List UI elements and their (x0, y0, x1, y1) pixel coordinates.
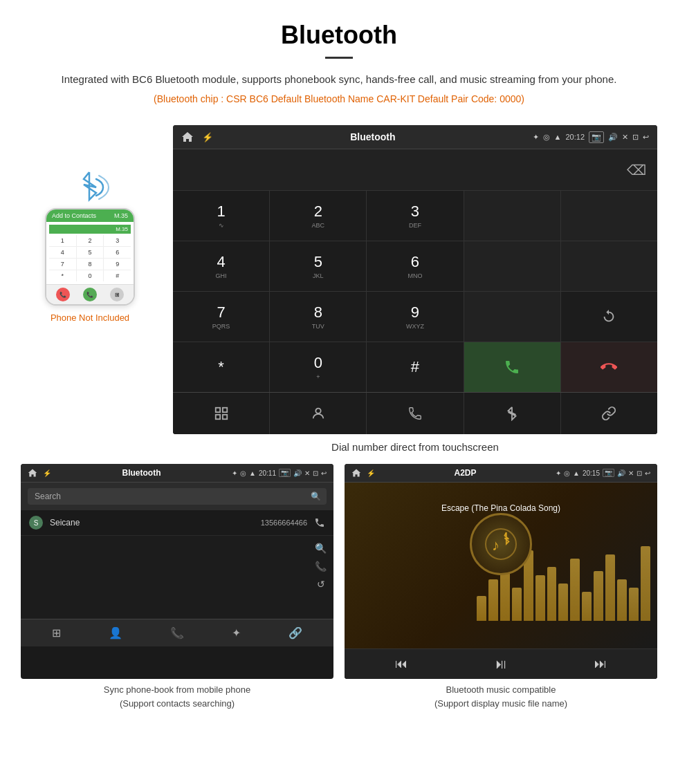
contacts-panel: ⚡ Bluetooth ✦ ◎ ▲ 20:11 📷 🔊 ✕ ⊡ ↩ (21, 464, 333, 679)
svg-rect-3 (215, 415, 219, 419)
dial-icon-phone[interactable] (367, 393, 463, 434)
grid-icon (214, 406, 229, 421)
dial-key-end-call[interactable] (561, 342, 657, 392)
bluetooth-icon: ✦ (533, 133, 539, 142)
bluetooth-bottom-icon (504, 406, 520, 421)
screen-title: Bluetooth (350, 131, 395, 142)
dial-icon-link[interactable] (561, 393, 657, 434)
bluetooth-waves-icon (66, 167, 114, 208)
contact-name: Seicane (50, 518, 261, 528)
dial-screen-caption: Dial number direct from touchscreen (173, 434, 657, 464)
dial-screen: ⚡ Bluetooth ✦ ◎ ▲ 20:12 📷 🔊 ✕ ⊡ ↩ (173, 125, 657, 434)
dial-key-7[interactable]: 7 PQRS (173, 292, 269, 342)
svg-rect-4 (222, 415, 226, 419)
location-icon: ◎ (543, 133, 550, 142)
contacts-side-search-icon: 🔍 (315, 543, 327, 554)
svg-rect-1 (215, 408, 219, 412)
dial-key-9[interactable]: 9 WXYZ (367, 292, 463, 342)
dial-key-empty-5 (464, 292, 560, 342)
fullscreen-icon: ⊡ (632, 133, 639, 142)
contact-row[interactable]: S Seicane 13566664466 (21, 510, 333, 536)
contacts-bottom-bt-icon[interactable]: ✦ (232, 626, 241, 640)
refresh-icon (601, 309, 616, 324)
dial-icon-contacts[interactable] (270, 393, 366, 434)
page-header: Bluetooth Integrated with BC6 Bluetooth … (0, 0, 678, 125)
call-icon (504, 359, 520, 375)
contacts-bottom-grid-icon[interactable]: ⊞ (52, 626, 61, 640)
dial-key-call[interactable] (464, 342, 560, 392)
phone-top-bar: Add to Contacts M.35 (46, 209, 134, 222)
contacts-usb-icon: ⚡ (43, 469, 51, 477)
contacts-search-area: Search 🔍 (21, 483, 333, 510)
contacts-status-bar: ✦ ◎ ▲ 20:11 📷 🔊 ✕ ⊡ ↩ (232, 469, 327, 477)
svg-marker-7 (352, 469, 360, 477)
page-title: Bluetooth (28, 21, 650, 50)
home-icon-music (351, 468, 361, 478)
backspace-button[interactable]: ⌫ (627, 162, 646, 178)
signal-icon: ▲ (554, 133, 562, 141)
end-call-icon (601, 359, 617, 375)
phone-icon (407, 406, 423, 421)
bottom-panels: ⚡ Bluetooth ✦ ◎ ▲ 20:11 📷 🔊 ✕ ⊡ ↩ (0, 464, 678, 713)
dial-key-3[interactable]: 3 DEF (367, 191, 463, 241)
camera-icon: 📷 (589, 131, 604, 143)
svg-rect-2 (222, 408, 226, 412)
phone-bottom-bar: 📞 📞 ⊞ (46, 284, 134, 304)
dial-key-star[interactable]: * (173, 342, 269, 392)
prev-track-button[interactable]: ⏮ (395, 657, 407, 671)
dial-grid: 1 ∿ 2 ABC 3 DEF 4 GHI (173, 191, 657, 392)
music-panel-title: A2DP (455, 468, 477, 478)
page-description: Integrated with BC6 Bluetooth module, su… (28, 71, 650, 88)
contacts-panel-bottom: ⊞ 👤 📞 ✦ 🔗 (21, 619, 333, 646)
dial-key-empty-3 (464, 241, 560, 291)
dial-key-2[interactable]: 2 ABC (270, 191, 366, 241)
music-time: 20:15 (583, 469, 600, 477)
dial-key-hash[interactable]: # (367, 342, 463, 392)
phone-illustration: Add to Contacts M.35 M.35 1 2 3 4 5 6 7 … (45, 208, 135, 306)
dial-key-5[interactable]: 5 JKL (270, 241, 366, 291)
dial-key-6[interactable]: 6 MNO (367, 241, 463, 291)
play-pause-button[interactable]: ⏯ (494, 656, 508, 672)
dial-key-4[interactable]: 4 GHI (173, 241, 269, 291)
music-status-bar: ✦ ◎ ▲ 20:15 📷 🔊 ✕ ⊡ ↩ (556, 469, 650, 477)
dial-icon-bluetooth[interactable] (464, 393, 560, 434)
search-icon: 🔍 (311, 492, 321, 501)
music-panel-container: ⚡ A2DP ✦ ◎ ▲ 20:15 📷 🔊 ✕ ⊡ ↩ (345, 464, 657, 713)
contact-avatar: S (29, 516, 43, 530)
contacts-side-refresh-icon: ↺ (317, 579, 325, 590)
title-divider (325, 57, 353, 59)
screen-status-bar: ✦ ◎ ▲ 20:12 📷 🔊 ✕ ⊡ ↩ (533, 131, 649, 143)
home-icon (181, 131, 194, 143)
contacts-caption: Sync phone-book from mobile phone (Suppo… (21, 679, 333, 713)
svg-text:♪: ♪ (492, 536, 500, 554)
music-panel-header: ⚡ A2DP ✦ ◎ ▲ 20:15 📷 🔊 ✕ ⊡ ↩ (345, 464, 657, 483)
contacts-bottom-person-icon[interactable]: 👤 (109, 626, 122, 640)
home-icon-small (28, 468, 37, 478)
music-panel: ⚡ A2DP ✦ ◎ ▲ 20:15 📷 🔊 ✕ ⊡ ↩ (345, 464, 657, 679)
dial-key-8[interactable]: 8 TUV (270, 292, 366, 342)
contacts-bottom-phone-icon[interactable]: 📞 (170, 626, 184, 640)
contacts-time: 20:11 (259, 469, 276, 477)
dial-area: ⚡ Bluetooth ✦ ◎ ▲ 20:12 📷 🔊 ✕ ⊡ ↩ (173, 125, 657, 464)
search-box[interactable]: Search (28, 488, 327, 505)
song-title: Escape (The Pina Colada Song) (441, 503, 560, 513)
contacts-bottom-link-icon[interactable]: 🔗 (288, 626, 302, 640)
dial-key-empty-2 (561, 191, 657, 241)
album-art: ♪ (470, 513, 532, 575)
next-track-button[interactable]: ⏭ (594, 657, 607, 671)
link-icon (601, 406, 616, 421)
contact-number: 13566664466 (261, 519, 307, 527)
contacts-panel-title: Bluetooth (122, 468, 161, 478)
svg-point-8 (486, 529, 516, 559)
dial-key-0[interactable]: 0 + (270, 342, 366, 392)
dial-key-refresh[interactable] (561, 292, 657, 342)
phone-section: Add to Contacts M.35 M.35 1 2 3 4 5 6 7 … (21, 125, 159, 323)
dial-icon-grid[interactable] (173, 393, 269, 434)
phone-grid: 1 2 3 4 5 6 7 8 9 * 0 # (49, 235, 131, 281)
dial-key-1[interactable]: 1 ∿ (173, 191, 269, 241)
dial-bottom-row (173, 392, 657, 434)
music-caption: Bluetooth music compatible (Support disp… (345, 679, 657, 713)
main-content: Add to Contacts M.35 M.35 1 2 3 4 5 6 7 … (0, 125, 678, 464)
screen-header: ⚡ Bluetooth ✦ ◎ ▲ 20:12 📷 🔊 ✕ ⊡ ↩ (173, 125, 657, 149)
contact-call-icon[interactable] (314, 517, 325, 528)
